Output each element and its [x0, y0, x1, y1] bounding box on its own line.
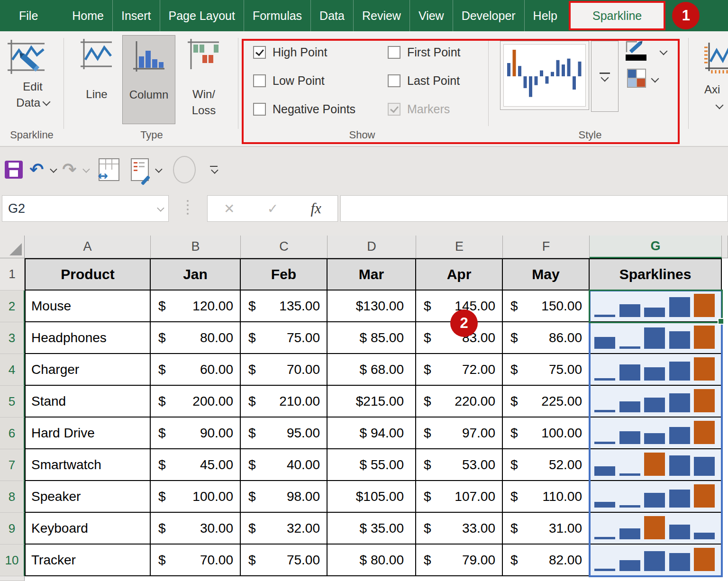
- redo-dropdown-icon[interactable]: [82, 165, 90, 173]
- header-cell-feb[interactable]: Feb: [241, 258, 328, 290]
- cell-product[interactable]: Charger: [25, 354, 151, 386]
- formula-bar-resize-handle[interactable]: [187, 200, 189, 215]
- cell-sparkline[interactable]: [590, 449, 722, 481]
- column-header-F[interactable]: F: [503, 236, 590, 258]
- column-header-G[interactable]: G: [590, 236, 722, 258]
- column-header-D[interactable]: D: [328, 236, 416, 258]
- undo-dropdown-icon[interactable]: [50, 165, 57, 173]
- cell-product[interactable]: Smartwatch: [25, 449, 151, 481]
- tab-view[interactable]: View: [410, 0, 453, 31]
- cell-feb[interactable]: $210.00: [241, 386, 328, 418]
- cell-may[interactable]: $75.00: [503, 354, 590, 386]
- insert-function-icon[interactable]: fx: [310, 200, 321, 217]
- cell-sparkline[interactable]: [590, 290, 722, 322]
- cell-may[interactable]: $52.00: [503, 449, 590, 481]
- cell-product[interactable]: Hard Drive: [25, 418, 151, 449]
- cell-feb[interactable]: $32.00: [241, 513, 328, 545]
- edit-data-button[interactable]: Edit Data: [7, 39, 59, 111]
- column-header-B[interactable]: B: [151, 236, 241, 258]
- cell-product[interactable]: Mouse: [25, 290, 151, 322]
- name-box-dropdown-icon[interactable]: [157, 204, 164, 212]
- cell-jan[interactable]: $45.00: [151, 449, 241, 481]
- cell-may[interactable]: $100.00: [503, 418, 590, 449]
- tab-file[interactable]: File: [12, 0, 45, 31]
- cell-may[interactable]: $225.00: [503, 386, 590, 418]
- formula-bar-input[interactable]: [340, 195, 728, 222]
- cell-mar[interactable]: $105.00: [328, 481, 416, 513]
- cell-jan[interactable]: $80.00: [151, 322, 241, 354]
- row-header-6[interactable]: 6: [0, 418, 25, 449]
- cell-mar[interactable]: $215.00: [328, 386, 416, 418]
- cell-mar[interactable]: $ 55.00: [328, 449, 416, 481]
- row-header-9[interactable]: 9: [0, 513, 25, 545]
- cell-apr[interactable]: $97.00: [416, 418, 503, 449]
- cell-may[interactable]: $86.00: [503, 322, 590, 354]
- cell-mar[interactable]: $ 35.00: [328, 513, 416, 545]
- cell-jan[interactable]: $200.00: [151, 386, 241, 418]
- column-header-C[interactable]: C: [241, 236, 328, 258]
- tab-help[interactable]: Help: [524, 0, 566, 31]
- column-type-button-selected[interactable]: Column: [122, 35, 175, 124]
- cell-feb[interactable]: $40.00: [241, 449, 328, 481]
- column-width-icon[interactable]: ↔: [99, 158, 119, 181]
- cell-product[interactable]: Keyboard: [25, 513, 151, 545]
- edit-form-dropdown-icon[interactable]: [155, 165, 163, 173]
- cell-apr[interactable]: $79.00: [416, 545, 503, 576]
- cell-product[interactable]: Headphones: [25, 322, 151, 354]
- axis-button-label[interactable]: Axi: [704, 82, 728, 98]
- cell-may[interactable]: $150.00: [503, 290, 590, 322]
- cell-apr[interactable]: $220.00: [416, 386, 503, 418]
- cell-feb[interactable]: $95.00: [241, 418, 328, 449]
- row-header-10[interactable]: 10: [0, 545, 25, 576]
- cell-sparkline[interactable]: [590, 513, 722, 545]
- redo-icon[interactable]: ↷: [62, 161, 76, 178]
- cell-jan[interactable]: $90.00: [151, 418, 241, 449]
- cell-feb[interactable]: $75.00: [241, 322, 328, 354]
- row-header-8[interactable]: 8: [0, 481, 25, 513]
- cell-sparkline[interactable]: [590, 386, 722, 418]
- row-header-1[interactable]: 1: [0, 258, 25, 290]
- cell-may[interactable]: $31.00: [503, 513, 590, 545]
- axis-button-icon[interactable]: [702, 42, 728, 76]
- name-box[interactable]: G2: [2, 195, 169, 222]
- row-header-2[interactable]: 2: [0, 290, 25, 322]
- row-header-7[interactable]: 7: [0, 449, 25, 481]
- cell-feb[interactable]: $98.00: [241, 481, 328, 513]
- axis-dropdown-icon[interactable]: [716, 101, 724, 109]
- column-header-E[interactable]: E: [416, 236, 503, 258]
- oval-shape-icon[interactable]: [173, 156, 196, 183]
- cell-product[interactable]: Tracker: [25, 545, 151, 576]
- cell-mar[interactable]: $ 94.00: [328, 418, 416, 449]
- cell-feb[interactable]: $70.00: [241, 354, 328, 386]
- cell-may[interactable]: $82.00: [503, 545, 590, 576]
- tab-data[interactable]: Data: [310, 0, 353, 31]
- cell-jan[interactable]: $120.00: [151, 290, 241, 322]
- cell-mar[interactable]: $ 80.00: [328, 545, 416, 576]
- save-icon[interactable]: [5, 161, 23, 179]
- line-type-button[interactable]: Line: [72, 38, 121, 102]
- cancel-icon[interactable]: ✕: [224, 201, 235, 217]
- header-cell-mar[interactable]: Mar: [328, 258, 416, 290]
- cell-sparkline[interactable]: [590, 354, 722, 386]
- header-cell-apr[interactable]: Apr: [416, 258, 503, 290]
- cell-feb[interactable]: $75.00: [241, 545, 328, 576]
- cell-mar[interactable]: $130.00: [328, 290, 416, 322]
- cell-jan[interactable]: $30.00: [151, 513, 241, 545]
- select-all-corner[interactable]: [0, 236, 25, 258]
- header-cell-may[interactable]: May: [503, 258, 590, 290]
- header-cell-sparklines[interactable]: Sparklines: [590, 258, 722, 290]
- cell-feb[interactable]: $135.00: [241, 290, 328, 322]
- cell-sparkline[interactable]: [590, 322, 722, 354]
- cell-mar[interactable]: $ 68.00: [328, 354, 416, 386]
- tab-review[interactable]: Review: [353, 0, 410, 31]
- cell-jan[interactable]: $60.00: [151, 354, 241, 386]
- cell-apr[interactable]: $72.00: [416, 354, 503, 386]
- tab-developer[interactable]: Developer: [453, 0, 524, 31]
- row-header-3[interactable]: 3: [0, 322, 25, 354]
- cell-may[interactable]: $110.00: [503, 481, 590, 513]
- row-header-4[interactable]: 4: [0, 354, 25, 386]
- cell-apr[interactable]: $53.00: [416, 449, 503, 481]
- cell-apr[interactable]: $33.00: [416, 513, 503, 545]
- column-header-A[interactable]: A: [25, 236, 151, 258]
- tab-page-layout[interactable]: Page Layout: [160, 0, 244, 31]
